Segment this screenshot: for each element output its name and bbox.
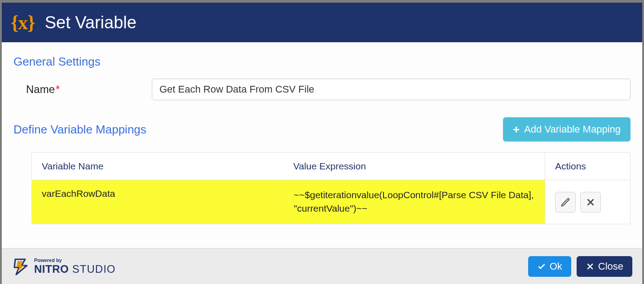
- close-button[interactable]: Close: [577, 256, 632, 277]
- name-input[interactable]: [152, 79, 631, 100]
- ok-label: Ok: [550, 261, 562, 272]
- name-label-text: Name: [26, 83, 55, 95]
- section-general-settings: General Settings: [13, 55, 631, 69]
- nitro-brand-bold: NITRO: [34, 263, 69, 275]
- cell-variable-name: varEachRowData: [32, 180, 283, 224]
- close-icon: [586, 197, 595, 207]
- close-icon: [586, 262, 595, 271]
- name-label: Name*: [26, 83, 152, 96]
- table-header-row: Variable Name Value Expression Actions: [32, 153, 630, 180]
- cell-value-expression: ~~$getiterationvalue(LoopControl#[Parse …: [283, 180, 545, 224]
- name-row: Name*: [13, 79, 631, 100]
- dialog-footer: Powered by NITRO STUDIO Ok Close: [2, 248, 642, 284]
- nitro-logo-icon: [12, 257, 30, 275]
- col-actions: Actions: [545, 153, 630, 180]
- col-value-expression: Value Expression: [283, 153, 545, 180]
- dialog-header: {x} Set Variable: [2, 3, 642, 42]
- dialog-body: General Settings Name* Define Variable M…: [2, 42, 642, 248]
- table-row: varEachRowData ~~$getiterationvalue(Loop…: [32, 180, 630, 224]
- add-variable-mapping-label: Add Variable Mapping: [524, 124, 621, 135]
- pencil-icon: [560, 197, 570, 207]
- edit-row-button[interactable]: [555, 192, 576, 213]
- add-variable-mapping-button[interactable]: + Add Variable Mapping: [503, 117, 631, 142]
- nitro-brand-light: STUDIO: [69, 263, 115, 275]
- close-label: Close: [598, 261, 623, 272]
- cell-actions: [545, 180, 630, 224]
- col-variable-name: Variable Name: [32, 153, 283, 180]
- delete-row-button[interactable]: [580, 192, 601, 213]
- plus-icon: +: [513, 125, 520, 134]
- ok-button[interactable]: Ok: [528, 256, 571, 277]
- check-icon: [537, 262, 546, 271]
- set-variable-icon: {x}: [11, 11, 35, 34]
- required-mark: *: [56, 83, 60, 95]
- dialog-title: Set Variable: [45, 13, 137, 32]
- powered-by-nitro: Powered by NITRO STUDIO: [12, 257, 116, 275]
- section-define-mappings: Define Variable Mappings: [13, 123, 146, 137]
- mappings-table: Variable Name Value Expression Actions v…: [31, 152, 631, 224]
